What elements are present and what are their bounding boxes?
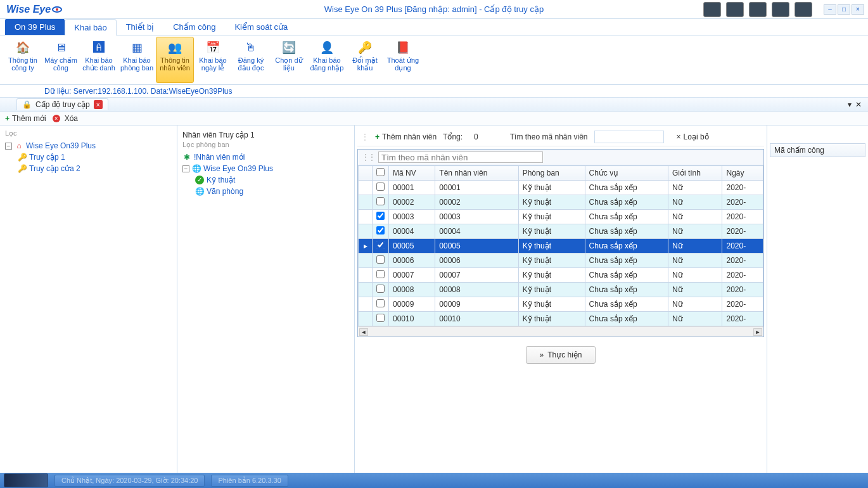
delete-button[interactable]: ×Xóa xyxy=(53,114,78,123)
cell-gioi-tinh: Nữ xyxy=(668,195,722,210)
add-button[interactable]: +Thêm mới xyxy=(5,114,46,123)
document-tab[interactable]: 🔒 Cấp độ truy cập × xyxy=(16,98,108,110)
row-checkbox[interactable] xyxy=(376,314,385,322)
minimize-button[interactable]: – xyxy=(824,4,836,15)
cell-ma-nv: 00002 xyxy=(389,195,435,210)
title-bar: Wise Eye Wise Eye On 39 Plus [Đăng nhập:… xyxy=(0,0,868,19)
menu-tab-thiết-bị[interactable]: Thiết bị xyxy=(117,18,164,35)
column-header[interactable] xyxy=(373,166,389,181)
total-value: 0 xyxy=(474,132,478,141)
row-checkbox[interactable] xyxy=(376,285,385,293)
tree-new-employee[interactable]: ✱ !Nhân viên mới xyxy=(182,151,352,163)
ribbon-label: Máy chấm công xyxy=(44,56,78,72)
tree-root[interactable]: − ⌂ Wise Eye On39 Plus xyxy=(5,140,172,151)
dropdown-icon[interactable]: ▾ xyxy=(848,100,852,109)
add-label: Thêm mới xyxy=(12,114,46,123)
tree-item[interactable]: 🔑Truy cập 1 xyxy=(18,151,172,163)
cell-ngay: 2020- xyxy=(722,195,763,210)
dept-item[interactable]: ✓Kỹ thuật xyxy=(195,174,352,186)
main-area: Lọc − ⌂ Wise Eye On39 Plus 🔑Truy cập 1🔑T… xyxy=(0,125,868,473)
dept-tree-root[interactable]: − 🌐 Wise Eye On39 Plus xyxy=(182,163,352,174)
row-indicator xyxy=(359,181,373,195)
collapse-icon[interactable]: − xyxy=(182,165,189,172)
cell-chuc-vu: Chưa sắp xếp xyxy=(585,239,668,254)
device-icons: – □ × xyxy=(703,2,868,17)
table-row[interactable]: 0000400004Kỹ thuậtChưa sắp xếpNữ2020- xyxy=(359,224,763,239)
row-checkbox[interactable] xyxy=(376,197,385,205)
select-all-checkbox[interactable] xyxy=(376,168,385,176)
row-checkbox[interactable] xyxy=(376,241,385,249)
close-tab-button[interactable]: × xyxy=(94,100,103,109)
collapse-icon[interactable]: − xyxy=(5,143,12,150)
cell-chuc-vu: Chưa sắp xếp xyxy=(585,283,668,297)
table-row[interactable]: 0000300003Kỹ thuậtChưa sắp xếpNữ2020- xyxy=(359,210,763,224)
table-row[interactable]: 0000800008Kỹ thuậtChưa sắp xếpNữ2020- xyxy=(359,283,763,297)
dept-item[interactable]: 🌐Văn phòng xyxy=(195,186,352,197)
table-row[interactable]: 0000700007Kỹ thuậtChưa sắp xếpNữ2020- xyxy=(359,268,763,283)
menu-tab-chấm-công[interactable]: Chấm công xyxy=(163,18,225,35)
scroll-left-icon[interactable]: ◄ xyxy=(359,328,368,336)
grid-search-input[interactable] xyxy=(378,151,543,163)
table-row[interactable]: 0000100001Kỹ thuậtChưa sắp xếpNữ2020- xyxy=(359,181,763,195)
search-input[interactable] xyxy=(594,131,664,143)
execute-button[interactable]: » Thực hiện xyxy=(526,346,596,364)
ribbon-đổi-mật-khẩu[interactable]: 🔑Đổi mật khẩu xyxy=(346,37,384,83)
device-icon xyxy=(749,2,767,17)
column-header[interactable]: Tên nhân viên xyxy=(435,166,518,181)
cell-gioi-tinh: Nữ xyxy=(668,297,722,312)
ribbon-thông-tin-công-ty[interactable]: 🏠Thông tin công ty xyxy=(4,37,42,83)
close-panel-button[interactable]: ✕ xyxy=(855,100,862,109)
column-header[interactable]: Mã NV xyxy=(389,166,435,181)
close-button[interactable]: × xyxy=(852,4,864,15)
cell-gioi-tinh: Nữ xyxy=(668,312,722,326)
table-row[interactable]: 0000600006Kỹ thuậtChưa sắp xếpNữ2020- xyxy=(359,254,763,268)
row-checkbox[interactable] xyxy=(376,212,385,220)
horizontal-scrollbar[interactable]: ◄ ► xyxy=(358,326,763,337)
ribbon-khai-báo-ngày-lễ[interactable]: 📅Khai báo ngày lễ xyxy=(194,37,232,83)
add-employee-button[interactable]: +Thêm nhân viên xyxy=(375,132,437,141)
menu-tab-on-39-plus[interactable]: On 39 Plus xyxy=(5,18,65,35)
dept-item-label: Kỹ thuật xyxy=(207,176,235,184)
cell-ma-nv: 00001 xyxy=(389,181,435,195)
access-tree: − ⌂ Wise Eye On39 Plus 🔑Truy cập 1🔑Truy … xyxy=(5,140,172,174)
menu-tab-kiểm-soát-cửa[interactable]: Kiểm soát cửa xyxy=(225,18,297,35)
remove-button[interactable]: ×Loại bỏ xyxy=(677,132,709,141)
tree-root-label: Wise Eye On39 Plus xyxy=(26,141,96,150)
row-checkbox[interactable] xyxy=(376,255,385,264)
scroll-right-icon[interactable]: ► xyxy=(753,328,762,336)
ribbon-khai-báo-đăng-nhập[interactable]: 👤Khai báo đăng nhập xyxy=(308,37,346,83)
column-header[interactable]: Phòng ban xyxy=(518,166,585,181)
ribbon-khai-báo-phòng-ban[interactable]: ▦Khai báo phòng ban xyxy=(118,37,156,83)
menu-tab-khai-báo[interactable]: Khai báo xyxy=(65,19,116,35)
ribbon-đăng-ký-đầu-đọc[interactable]: 🖱Đăng ký đầu đọc xyxy=(232,37,270,83)
eye-icon xyxy=(52,6,62,13)
cell-phong-ban: Kỹ thuật xyxy=(518,283,585,297)
row-checkbox[interactable] xyxy=(376,270,385,278)
tree-item[interactable]: 🔑Truy cập cửa 2 xyxy=(18,163,172,174)
table-row[interactable]: ▸0000500005Kỹ thuậtChưa sắp xếpNữ2020- xyxy=(359,239,763,254)
ribbon-icon: 🅰 xyxy=(91,40,106,55)
table-row[interactable]: 0000900009Kỹ thuậtChưa sắp xếpNữ2020- xyxy=(359,297,763,312)
ribbon-máy-chấm-công[interactable]: 🖥Máy chấm công xyxy=(42,37,80,83)
table-row[interactable]: 0001000010Kỹ thuậtChưa sắp xếpNữ2020- xyxy=(359,312,763,326)
column-header[interactable] xyxy=(359,166,373,181)
row-checkbox[interactable] xyxy=(376,226,385,234)
column-header[interactable]: Ngày xyxy=(722,166,763,181)
device-icon xyxy=(772,2,789,17)
maximize-button[interactable]: □ xyxy=(838,4,850,15)
ribbon-khai-báo-chức-danh[interactable]: 🅰Khai báo chức danh xyxy=(80,37,118,83)
cell-ma-nv: 00006 xyxy=(389,254,435,268)
row-checkbox[interactable] xyxy=(376,183,385,191)
ribbon-label: Thông tin nhân viên xyxy=(158,56,192,72)
ribbon-thoát-ứng-dụng[interactable]: 📕Thoát ứng dụng xyxy=(384,37,422,83)
ribbon-label: Đổi mật khẩu xyxy=(348,56,382,72)
table-row[interactable]: 0000200002Kỹ thuậtChưa sắp xếpNữ2020- xyxy=(359,195,763,210)
ribbon-chọn-dữ-liệu[interactable]: 🔄Chọn dữ liệu xyxy=(270,37,308,83)
column-header[interactable]: Chức vụ xyxy=(585,166,668,181)
menu-bar: On 39 PlusKhai báoThiết bịChấm côngKiểm … xyxy=(0,19,868,35)
ribbon-thông-tin-nhân-viên[interactable]: 👥Thông tin nhân viên xyxy=(156,37,194,83)
cell-ten: 00010 xyxy=(435,312,518,326)
column-header[interactable]: Giới tính xyxy=(668,166,722,181)
row-checkbox[interactable] xyxy=(376,299,385,307)
cell-ma-nv: 00010 xyxy=(389,312,435,326)
